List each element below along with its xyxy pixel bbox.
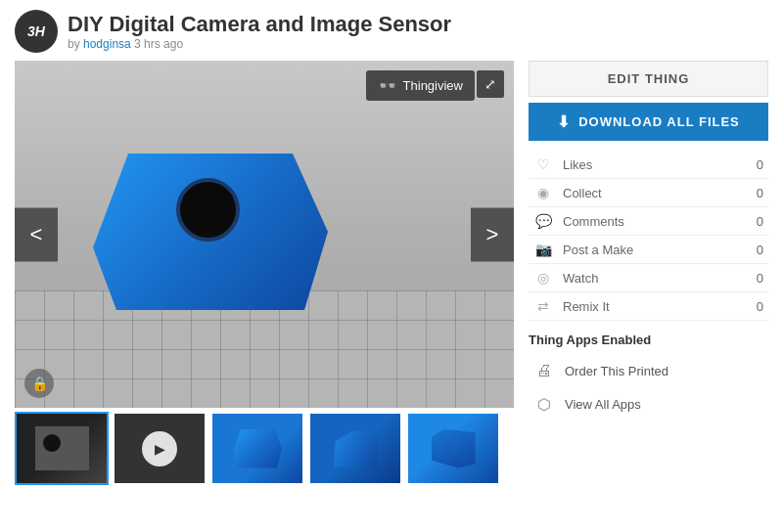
printer-icon: 🖨	[533, 362, 555, 379]
thingiview-button[interactable]: 👓 Thingiview	[366, 70, 475, 101]
lock-icon: 🔒	[31, 376, 48, 391]
stat-watch[interactable]: ◎ Watch 0	[529, 264, 768, 292]
thumbnail-4[interactable]	[308, 412, 402, 485]
view-all-apps-label: View All Apps	[565, 397, 641, 412]
download-all-files-button[interactable]: ⬇ DOWNLOAD ALL FILES	[529, 103, 768, 141]
glasses-icon: 👓	[378, 76, 397, 95]
site-logo: 3H	[15, 10, 58, 53]
page-title: DIY Digital Camera and Image Sensor	[68, 12, 451, 37]
main-viewer: 👓 Thingiview ⤢ < > 🔒	[15, 61, 514, 408]
subtitle: by hodginsa 3 hrs ago	[68, 37, 451, 51]
download-icon: ⬇	[557, 112, 571, 131]
stats-list: ♡ Likes 0 ◉ Collect 0 💬 Comments 0 📷 Pos…	[529, 151, 768, 321]
app-view-all[interactable]: ⬡ View All Apps	[529, 390, 768, 419]
likes-count: 0	[749, 157, 763, 172]
camera-lens-hole	[176, 178, 240, 242]
thing-apps-title: Thing Apps Enabled	[529, 332, 768, 347]
post-a-make-icon: 📷	[533, 242, 553, 257]
lock-badge: 🔒	[24, 369, 54, 398]
remix-label: Remix It	[563, 299, 739, 314]
comments-count: 0	[749, 214, 763, 229]
likes-label: Likes	[563, 157, 739, 172]
thumbnail-3[interactable]	[210, 412, 304, 485]
stat-likes[interactable]: ♡ Likes 0	[529, 151, 768, 179]
stat-comments[interactable]: 💬 Comments 0	[529, 207, 768, 236]
post-a-make-count: 0	[749, 243, 763, 257]
watch-count: 0	[749, 271, 763, 286]
cube-icon: ⬡	[533, 395, 555, 414]
prev-image-button[interactable]: <	[15, 207, 58, 261]
thingiview-label: Thingiview	[403, 78, 463, 93]
stat-collect[interactable]: ◉ Collect 0	[529, 179, 768, 207]
time-ago: 3 hrs ago	[134, 37, 183, 51]
thumbnail-1-img	[17, 414, 107, 483]
camera-body	[93, 154, 328, 310]
page-header: 3H DIY Digital Camera and Image Sensor b…	[15, 10, 768, 53]
watch-icon: ◎	[533, 270, 553, 286]
title-area: DIY Digital Camera and Image Sensor by h…	[68, 12, 451, 51]
model-container	[15, 61, 514, 408]
thumbnail-5-img	[408, 414, 498, 483]
edit-thing-button[interactable]: EDIT THING	[529, 61, 768, 97]
collect-count: 0	[749, 186, 763, 200]
stat-remix[interactable]: ⇄ Remix It 0	[529, 292, 768, 321]
thumbnail-2-img: ▶	[115, 414, 205, 483]
author-link[interactable]: hodginsa	[83, 37, 131, 51]
thumbnail-1[interactable]	[15, 412, 109, 485]
content-area: 👓 Thingiview ⤢ < > 🔒	[15, 61, 768, 522]
image-section: 👓 Thingiview ⤢ < > 🔒	[15, 61, 514, 522]
app-order-printed[interactable]: 🖨 Order This Printed	[529, 357, 768, 384]
comments-icon: 💬	[533, 213, 553, 229]
likes-icon: ♡	[533, 156, 553, 172]
thumbnail-3-img	[212, 414, 302, 483]
thumbnail-strip: ▶	[15, 412, 514, 485]
thumbnail-4-img	[310, 414, 400, 483]
expand-button[interactable]: ⤢	[477, 70, 504, 98]
stat-post-a-make[interactable]: 📷 Post a Make 0	[529, 236, 768, 264]
watch-label: Watch	[563, 271, 739, 286]
camera-model	[93, 154, 328, 330]
expand-icon: ⤢	[484, 76, 496, 92]
collect-label: Collect	[563, 186, 739, 200]
remix-count: 0	[749, 299, 763, 314]
right-panel: EDIT THING ⬇ DOWNLOAD ALL FILES ♡ Likes …	[529, 61, 768, 522]
thumbnail-5[interactable]	[406, 412, 500, 485]
remix-icon: ⇄	[533, 298, 553, 314]
collect-icon: ◉	[533, 185, 553, 200]
order-printed-label: Order This Printed	[565, 364, 668, 378]
comments-label: Comments	[563, 214, 739, 229]
thumbnail-2[interactable]: ▶	[113, 412, 207, 485]
download-label: DOWNLOAD ALL FILES	[578, 114, 740, 129]
post-a-make-label: Post a Make	[563, 243, 739, 257]
logo-text: 3H	[27, 23, 45, 39]
play-button[interactable]: ▶	[142, 431, 177, 466]
next-image-button[interactable]: >	[471, 207, 514, 261]
